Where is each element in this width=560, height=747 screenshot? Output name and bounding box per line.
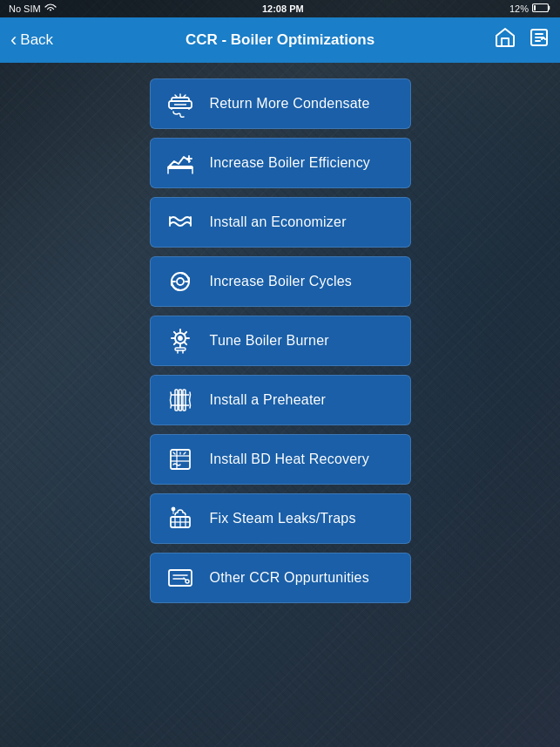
boiler-efficiency-icon [165,147,196,179]
svg-rect-31 [183,390,186,411]
economizer-label: Install an Economizer [210,214,347,230]
preheater-label: Install a Preheater [210,392,327,408]
wifi-icon [44,3,57,14]
menu-item-return-condensate[interactable]: Return More Condensate [150,78,411,129]
back-button[interactable]: ‹ Back [10,31,53,50]
status-bar: No SIM 12:08 PM 12% [0,0,560,17]
svg-line-22 [173,332,175,334]
return-condensate-label: Return More Condensate [210,96,370,112]
page-title: CCR - Boiler Optimizations [186,31,374,49]
home-icon[interactable] [494,27,516,53]
menu-item-economizer[interactable]: Install an Economizer [150,197,411,248]
status-right: 12% [509,3,551,15]
steam-leaks-icon [165,503,196,534]
boiler-cycles-label: Increase Boiler Cycles [210,274,353,289]
back-label: Back [20,31,53,49]
nav-right-icons [494,27,550,53]
svg-rect-30 [179,390,181,411]
menu-item-boiler-burner[interactable]: Tune Boiler Burner [150,316,411,366]
main-content: Return More Condensate Increase Boiler E… [0,63,560,747]
menu-item-other-ccr[interactable]: Other CCR Oppurtunities [150,553,411,603]
navbar: ‹ Back CCR - Boiler Optimizations [0,17,560,63]
svg-point-17 [179,336,182,340]
back-arrow-icon: ‹ [10,31,17,50]
boiler-burner-label: Tune Boiler Burner [210,333,329,349]
svg-rect-26 [175,348,186,350]
menu-item-bd-heat-recovery[interactable]: Install BD Heat Recovery [150,434,411,485]
status-left: No SIM [9,3,57,14]
svg-line-24 [173,343,175,344]
menu-item-boiler-efficiency[interactable]: Increase Boiler Efficiency [150,138,411,188]
svg-line-23 [184,343,186,344]
bd-heat-recovery-icon [165,444,196,475]
svg-point-15 [177,278,184,285]
economizer-icon [165,207,196,238]
svg-rect-29 [175,390,178,411]
return-condensate-icon [165,88,196,119]
edit-icon[interactable] [529,27,550,53]
menu-item-preheater[interactable]: Install a Preheater [150,375,411,425]
carrier-label: No SIM [9,3,41,14]
other-ccr-label: Other CCR Oppurtunities [210,570,369,586]
svg-rect-1 [534,5,536,10]
preheater-icon [165,384,196,416]
boiler-burner-icon [165,325,196,357]
status-time: 12:08 PM [262,3,304,14]
menu-item-steam-leaks[interactable]: Fix Steam Leaks/Traps [150,493,411,544]
boiler-cycles-icon [165,266,196,297]
boiler-efficiency-label: Increase Boiler Efficiency [210,155,371,171]
steam-leaks-label: Fix Steam Leaks/Traps [210,511,356,526]
battery-percent-label: 12% [509,3,529,14]
menu-item-boiler-cycles[interactable]: Increase Boiler Cycles [150,256,411,307]
battery-icon [532,3,551,15]
other-ccr-icon [165,562,196,594]
svg-line-25 [184,332,186,334]
bd-heat-recovery-label: Install BD Heat Recovery [210,452,370,467]
svg-rect-7 [168,166,192,168]
